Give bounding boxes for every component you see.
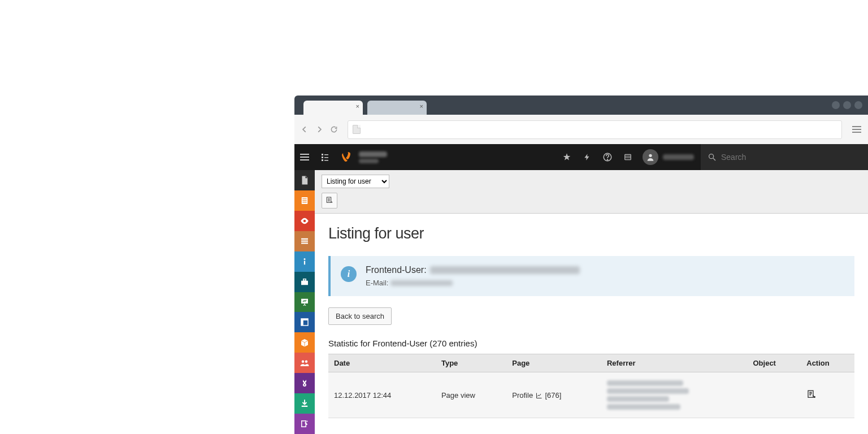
svg-rect-36 <box>808 390 813 397</box>
module-sidebar <box>294 170 315 434</box>
close-icon[interactable]: × <box>420 103 423 110</box>
sidebar-item-package[interactable] <box>294 332 315 353</box>
tab-strip: × × <box>294 96 868 115</box>
th-object: Object <box>748 354 801 372</box>
svg-rect-20 <box>301 240 308 241</box>
svg-point-31 <box>305 361 308 363</box>
svg-point-12 <box>709 154 714 159</box>
edit-note-icon <box>806 389 817 400</box>
svg-rect-29 <box>301 320 303 326</box>
app-frame: Listing for user Listing for user i Fron… <box>294 144 868 434</box>
cell-page: Profile [676] <box>506 372 601 418</box>
chart-icon <box>535 392 543 399</box>
page-title: Listing for user <box>328 225 854 242</box>
svg-rect-25 <box>303 279 306 280</box>
help-icon[interactable] <box>597 144 618 170</box>
th-action: Action <box>801 354 854 372</box>
svg-rect-22 <box>304 261 305 264</box>
search-box[interactable] <box>701 144 868 170</box>
sidebar-item-view[interactable] <box>294 211 315 231</box>
reload-icon[interactable] <box>328 124 340 135</box>
info-box: i Frontend-User: E-Mail: <box>328 256 854 296</box>
info-user-label: Frontend-User: <box>366 265 427 275</box>
svg-rect-15 <box>302 198 307 199</box>
th-page: Page <box>506 354 601 372</box>
svg-rect-3 <box>324 157 328 158</box>
listing-select[interactable]: Listing for user <box>322 175 389 188</box>
svg-point-18 <box>303 220 306 223</box>
sidebar-item-page[interactable] <box>294 170 315 190</box>
export-button[interactable] <box>322 193 337 209</box>
svg-rect-28 <box>301 319 308 320</box>
forward-icon[interactable] <box>314 124 325 135</box>
browser-toolbar <box>294 115 868 144</box>
svg-rect-0 <box>322 154 323 155</box>
sidebar-item-download[interactable] <box>294 393 315 414</box>
table-row: 12.12.2017 12:44 Page view Profile [676] <box>328 372 854 418</box>
browser-tab-active[interactable]: × <box>303 101 363 115</box>
flash-icon[interactable] <box>577 144 597 170</box>
sidebar-item-rows[interactable] <box>294 231 315 251</box>
close-icon[interactable]: × <box>356 103 359 110</box>
module-menu-icon[interactable] <box>315 153 335 162</box>
content-area: Listing for user Listing for user i Fron… <box>315 170 868 434</box>
th-type: Type <box>436 354 506 372</box>
svg-rect-17 <box>302 202 307 202</box>
brand-text <box>359 151 387 163</box>
sidebar-item-users[interactable] <box>294 353 315 373</box>
back-icon[interactable] <box>299 124 310 135</box>
back-to-search-button[interactable]: Back to search <box>328 307 392 325</box>
window-controls[interactable] <box>832 101 862 109</box>
sidebar-item-list[interactable] <box>294 190 315 211</box>
svg-point-7 <box>607 159 607 160</box>
username <box>663 154 694 160</box>
collapse-menu-icon[interactable] <box>294 154 315 160</box>
info-user-value <box>430 266 580 274</box>
statistics-table: Date Type Page Referrer Object Action 12… <box>328 354 854 418</box>
bookmark-icon[interactable] <box>557 144 577 170</box>
action-bar: Listing for user <box>315 170 868 214</box>
svg-rect-34 <box>302 406 308 407</box>
search-input[interactable] <box>721 153 834 162</box>
cell-referrer <box>601 372 748 418</box>
svg-point-11 <box>649 154 652 157</box>
info-email-value <box>390 280 453 286</box>
cell-action[interactable] <box>801 372 854 418</box>
sidebar-item-presentation[interactable] <box>294 292 315 313</box>
info-email-label: E-Mail: <box>366 279 388 287</box>
svg-rect-5 <box>324 160 328 161</box>
svg-line-13 <box>713 158 715 160</box>
svg-rect-4 <box>322 159 323 161</box>
svg-point-33 <box>304 384 305 385</box>
statistic-heading: Statistic for Frontend-User (270 entries… <box>328 338 854 348</box>
th-referrer: Referrer <box>601 354 748 372</box>
sidebar-item-edit[interactable] <box>294 414 315 434</box>
url-bar[interactable] <box>348 120 842 139</box>
typo3-logo-icon <box>340 150 353 164</box>
svg-rect-2 <box>322 157 323 158</box>
svg-rect-16 <box>302 200 307 201</box>
svg-rect-21 <box>301 242 308 244</box>
svg-rect-19 <box>301 238 308 239</box>
search-icon <box>708 153 717 162</box>
svg-point-23 <box>304 258 306 260</box>
browser-tab-inactive[interactable]: × <box>367 101 427 115</box>
sidebar-item-award[interactable] <box>294 373 315 393</box>
svg-rect-1 <box>324 154 328 155</box>
avatar[interactable] <box>643 149 658 165</box>
sidebar-item-layout[interactable] <box>294 312 315 332</box>
svg-point-30 <box>302 361 305 363</box>
topbar <box>294 144 868 170</box>
sidebar-item-info[interactable] <box>294 251 315 272</box>
menu-icon[interactable] <box>850 124 863 135</box>
svg-rect-8 <box>625 154 631 159</box>
cell-type: Page view <box>436 372 506 418</box>
page-icon <box>353 125 361 134</box>
th-date: Date <box>328 354 436 372</box>
cell-object <box>748 372 801 418</box>
cell-date: 12.12.2017 12:44 <box>328 372 436 418</box>
svg-rect-24 <box>301 280 308 285</box>
info-icon: i <box>341 266 357 282</box>
list-icon[interactable] <box>618 144 638 170</box>
sidebar-item-toolbox[interactable] <box>294 272 315 292</box>
